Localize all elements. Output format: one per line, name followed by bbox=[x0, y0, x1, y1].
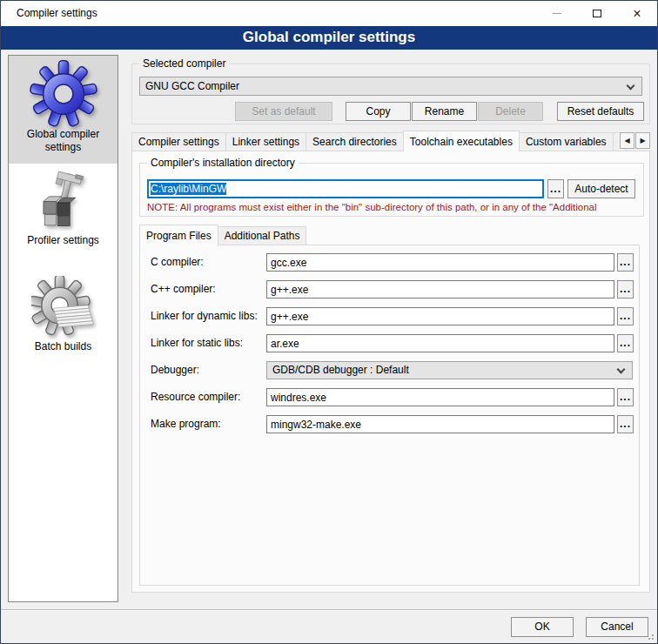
scroll-left-icon: ◀ bbox=[624, 137, 629, 144]
cancel-button[interactable]: Cancel bbox=[586, 617, 648, 637]
sidebar-item-label: Batch builds bbox=[9, 340, 118, 353]
installation-directory-group-label: Compiler's installation directory bbox=[147, 157, 299, 169]
title-bar[interactable]: Compiler settings × bbox=[1, 1, 657, 26]
tab-scroll-right-button[interactable]: ▶ bbox=[635, 132, 650, 149]
make-program-label: Make program: bbox=[151, 418, 221, 430]
resource-compiler-input[interactable] bbox=[266, 388, 614, 406]
installation-directory-value: C:\raylib\MinGW bbox=[151, 183, 226, 195]
maximize-icon bbox=[593, 10, 601, 17]
cpp-compiler-input[interactable] bbox=[266, 280, 614, 299]
tab-search-directories[interactable]: Search directories bbox=[306, 132, 404, 151]
sidebar-item-global-compiler-settings[interactable]: Global compiler settings bbox=[9, 56, 118, 164]
set-as-default-button[interactable]: Set as default bbox=[235, 102, 332, 121]
cpp-compiler-browse-button[interactable]: ... bbox=[617, 280, 634, 299]
installation-directory-group: Compiler's installation directory C:\ray… bbox=[139, 163, 644, 217]
copy-button[interactable]: Copy bbox=[346, 102, 411, 121]
debugger-dropdown[interactable]: GDB/CDB debugger : Default bbox=[266, 361, 633, 379]
sidebar-item-label: Profiler settings bbox=[9, 234, 118, 247]
dynamic-linker-browse-button[interactable]: ... bbox=[617, 307, 634, 325]
footer-divider bbox=[1, 609, 657, 611]
bin-subdirectory-note: NOTE: All programs must exist either in … bbox=[147, 202, 650, 212]
dialog-banner: Global compiler settings bbox=[1, 26, 657, 50]
c-compiler-label: C compiler: bbox=[151, 256, 204, 268]
toolchain-executables-pane: Compiler's installation directory C:\ray… bbox=[131, 151, 650, 593]
maximize-button[interactable] bbox=[577, 1, 617, 26]
sidebar-item-batch-builds[interactable]: Batch builds bbox=[9, 274, 118, 366]
close-button[interactable]: × bbox=[617, 1, 657, 26]
selected-compiler-group-label: Selected compiler bbox=[139, 57, 229, 70]
debugger-value: GDB/CDB debugger : Default bbox=[267, 362, 632, 379]
static-linker-label: Linker for static libs: bbox=[151, 337, 243, 349]
close-icon: × bbox=[633, 7, 641, 21]
reset-defaults-button[interactable]: Reset defaults bbox=[557, 102, 644, 121]
program-files-tabs: Program Files Additional Paths bbox=[139, 225, 306, 245]
settings-category-list: Global compiler settings bbox=[8, 55, 118, 602]
selected-compiler-group: Selected compiler GNU GCC Compiler Set a… bbox=[131, 64, 650, 124]
tab-scroll-buttons: ◀ ▶ bbox=[619, 132, 650, 149]
dynamic-linker-label: Linker for dynamic libs: bbox=[151, 310, 258, 322]
auto-detect-button[interactable]: Auto-detect bbox=[567, 179, 635, 198]
resource-compiler-label: Resource compiler: bbox=[151, 391, 240, 403]
blue-gear-icon bbox=[30, 60, 97, 128]
rename-button[interactable]: Rename bbox=[412, 102, 477, 121]
program-files-pane: C compiler: ... C++ compiler: ... Linker… bbox=[139, 245, 640, 586]
debugger-label: Debugger: bbox=[151, 364, 199, 376]
sidebar-item-profiler-settings[interactable]: Profiler settings bbox=[9, 170, 118, 258]
c-compiler-browse-button[interactable]: ... bbox=[617, 253, 634, 272]
cpp-compiler-label: C++ compiler: bbox=[151, 283, 216, 295]
make-program-browse-button[interactable]: ... bbox=[617, 415, 634, 433]
static-linker-browse-button[interactable]: ... bbox=[617, 334, 634, 352]
minimize-icon bbox=[553, 13, 561, 14]
window-title: Compiler settings bbox=[17, 1, 97, 26]
tab-linker-settings[interactable]: Linker settings bbox=[225, 132, 306, 151]
tab-program-files[interactable]: Program Files bbox=[139, 225, 218, 245]
resize-grip[interactable] bbox=[647, 633, 654, 640]
installation-directory-input[interactable]: C:\raylib\MinGW bbox=[147, 179, 544, 198]
batch-builds-gear-icon bbox=[31, 276, 96, 340]
c-compiler-input[interactable] bbox=[266, 253, 614, 272]
selected-compiler-dropdown[interactable]: GNU GCC Compiler bbox=[139, 77, 642, 96]
resource-compiler-browse-button[interactable]: ... bbox=[617, 388, 634, 406]
static-linker-input[interactable] bbox=[266, 334, 614, 352]
selected-compiler-value: GNU GCC Compiler bbox=[140, 77, 641, 95]
tab-scroll-left-button[interactable]: ◀ bbox=[620, 132, 634, 149]
caption-buttons: × bbox=[537, 1, 657, 26]
sidebar-item-label: Global compiler settings bbox=[9, 128, 118, 154]
make-program-input[interactable] bbox=[266, 415, 614, 433]
ok-button[interactable]: OK bbox=[511, 617, 574, 637]
compiler-settings-dialog: Compiler settings × Global compiler sett… bbox=[0, 0, 658, 644]
tab-custom-variables[interactable]: Custom variables bbox=[519, 132, 614, 151]
dynamic-linker-input[interactable] bbox=[266, 307, 614, 325]
compiler-tabs: Compiler settings Linker settings Search… bbox=[131, 131, 650, 151]
tab-toolchain-executables[interactable]: Toolchain executables bbox=[403, 131, 520, 151]
tab-additional-paths[interactable]: Additional Paths bbox=[218, 226, 307, 245]
installation-directory-browse-button[interactable]: ... bbox=[547, 179, 564, 198]
tab-compiler-settings[interactable]: Compiler settings bbox=[131, 132, 226, 151]
scroll-right-icon: ▶ bbox=[640, 137, 645, 144]
profiler-caliper-icon bbox=[32, 171, 95, 234]
delete-button[interactable]: Delete bbox=[478, 102, 543, 121]
minimize-button[interactable] bbox=[537, 1, 577, 26]
